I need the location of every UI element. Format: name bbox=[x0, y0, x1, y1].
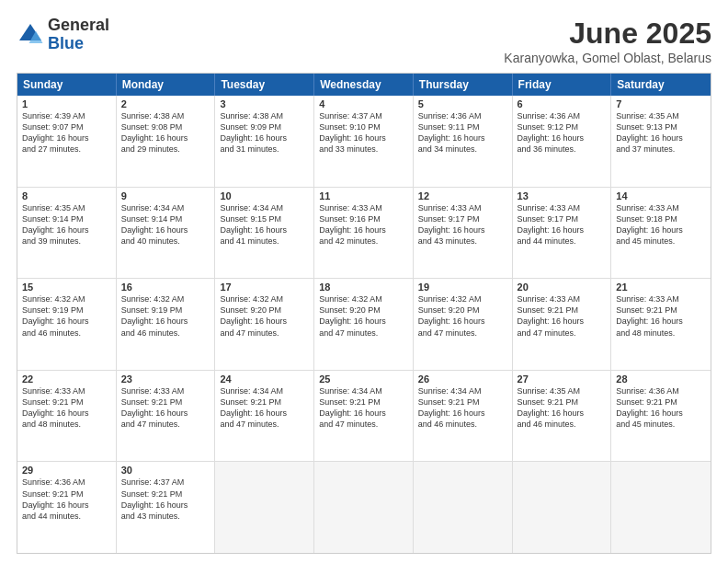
day-number-2-1: 16 bbox=[121, 282, 210, 293]
cal-cell-3-0: 22Sunrise: 4:33 AM Sunset: 9:21 PM Dayli… bbox=[17, 371, 117, 462]
calendar-row-4: 29Sunrise: 4:36 AM Sunset: 9:21 PM Dayli… bbox=[17, 461, 711, 553]
day-info-0-2: Sunrise: 4:38 AM Sunset: 9:09 PM Dayligh… bbox=[220, 110, 309, 155]
cal-cell-2-2: 17Sunrise: 4:32 AM Sunset: 9:20 PM Dayli… bbox=[215, 279, 314, 370]
logo-blue: Blue bbox=[48, 35, 109, 53]
cal-cell-4-1: 30Sunrise: 4:37 AM Sunset: 9:21 PM Dayli… bbox=[117, 462, 216, 553]
day-info-1-0: Sunrise: 4:35 AM Sunset: 9:14 PM Dayligh… bbox=[22, 202, 111, 247]
day-number-0-1: 2 bbox=[121, 98, 210, 109]
day-number-0-6: 7 bbox=[616, 98, 706, 109]
day-number-4-1: 30 bbox=[121, 465, 210, 476]
logo-icon bbox=[17, 21, 44, 49]
cal-cell-1-1: 9Sunrise: 4:34 AM Sunset: 9:14 PM Daylig… bbox=[117, 188, 216, 279]
day-number-0-5: 6 bbox=[518, 98, 607, 109]
header-friday: Friday bbox=[513, 74, 612, 96]
cal-cell-0-0: 1Sunrise: 4:39 AM Sunset: 9:07 PM Daylig… bbox=[17, 96, 117, 187]
day-number-3-5: 27 bbox=[518, 373, 607, 385]
header-sunday: Sunday bbox=[17, 74, 117, 96]
day-info-1-5: Sunrise: 4:33 AM Sunset: 9:17 PM Dayligh… bbox=[518, 202, 607, 247]
day-info-0-0: Sunrise: 4:39 AM Sunset: 9:07 PM Dayligh… bbox=[22, 110, 111, 155]
header: General Blue June 2025 Karanyowka, Gomel… bbox=[17, 17, 711, 65]
day-number-4-0: 29 bbox=[22, 465, 111, 476]
day-number-2-5: 20 bbox=[518, 282, 607, 293]
day-number-1-4: 12 bbox=[418, 190, 507, 201]
cal-cell-1-6: 14Sunrise: 4:33 AM Sunset: 9:18 PM Dayli… bbox=[611, 188, 711, 279]
day-number-1-0: 8 bbox=[22, 190, 111, 201]
day-number-1-5: 13 bbox=[518, 190, 607, 201]
calendar-row-1: 8Sunrise: 4:35 AM Sunset: 9:14 PM Daylig… bbox=[17, 187, 711, 279]
day-info-3-1: Sunrise: 4:33 AM Sunset: 9:21 PM Dayligh… bbox=[121, 385, 210, 431]
day-info-4-1: Sunrise: 4:37 AM Sunset: 9:21 PM Dayligh… bbox=[121, 477, 210, 522]
cal-cell-4-0: 29Sunrise: 4:36 AM Sunset: 9:21 PM Dayli… bbox=[17, 462, 117, 553]
day-number-0-2: 3 bbox=[220, 98, 309, 109]
day-number-1-6: 14 bbox=[616, 190, 706, 201]
cal-cell-0-3: 4Sunrise: 4:37 AM Sunset: 9:10 PM Daylig… bbox=[314, 96, 414, 187]
day-info-2-1: Sunrise: 4:32 AM Sunset: 9:19 PM Dayligh… bbox=[121, 293, 210, 339]
cal-cell-1-4: 12Sunrise: 4:33 AM Sunset: 9:17 PM Dayli… bbox=[414, 188, 513, 279]
logo-text: General Blue bbox=[48, 17, 109, 53]
day-number-3-1: 23 bbox=[121, 373, 210, 385]
day-number-1-3: 11 bbox=[319, 190, 408, 201]
day-info-0-6: Sunrise: 4:35 AM Sunset: 9:13 PM Dayligh… bbox=[616, 110, 706, 155]
logo-general: General bbox=[48, 17, 109, 35]
cal-cell-2-0: 15Sunrise: 4:32 AM Sunset: 9:19 PM Dayli… bbox=[17, 279, 117, 370]
cal-cell-1-2: 10Sunrise: 4:34 AM Sunset: 9:15 PM Dayli… bbox=[215, 188, 314, 279]
day-info-2-2: Sunrise: 4:32 AM Sunset: 9:20 PM Dayligh… bbox=[220, 293, 309, 339]
cal-cell-0-5: 6Sunrise: 4:36 AM Sunset: 9:12 PM Daylig… bbox=[513, 96, 612, 187]
cal-cell-0-1: 2Sunrise: 4:38 AM Sunset: 9:08 PM Daylig… bbox=[117, 96, 216, 187]
cal-cell-2-3: 18Sunrise: 4:32 AM Sunset: 9:20 PM Dayli… bbox=[314, 279, 414, 370]
page: General Blue June 2025 Karanyowka, Gomel… bbox=[0, 0, 728, 563]
day-info-2-3: Sunrise: 4:32 AM Sunset: 9:20 PM Dayligh… bbox=[319, 293, 408, 339]
cal-cell-4-6 bbox=[611, 462, 711, 553]
calendar-row-0: 1Sunrise: 4:39 AM Sunset: 9:07 PM Daylig… bbox=[17, 96, 711, 187]
cal-cell-1-3: 11Sunrise: 4:33 AM Sunset: 9:16 PM Dayli… bbox=[314, 188, 414, 279]
cal-cell-3-5: 27Sunrise: 4:35 AM Sunset: 9:21 PM Dayli… bbox=[513, 371, 612, 462]
cal-cell-2-6: 21Sunrise: 4:33 AM Sunset: 9:21 PM Dayli… bbox=[611, 279, 711, 370]
day-info-0-1: Sunrise: 4:38 AM Sunset: 9:08 PM Dayligh… bbox=[121, 110, 210, 155]
day-info-3-5: Sunrise: 4:35 AM Sunset: 9:21 PM Dayligh… bbox=[518, 385, 607, 431]
cal-cell-2-1: 16Sunrise: 4:32 AM Sunset: 9:19 PM Dayli… bbox=[117, 279, 216, 370]
day-number-0-4: 5 bbox=[418, 98, 507, 109]
day-info-3-4: Sunrise: 4:34 AM Sunset: 9:21 PM Dayligh… bbox=[418, 385, 507, 431]
day-info-3-6: Sunrise: 4:36 AM Sunset: 9:21 PM Dayligh… bbox=[616, 385, 706, 431]
day-info-2-5: Sunrise: 4:33 AM Sunset: 9:21 PM Dayligh… bbox=[518, 293, 607, 339]
cal-cell-4-3 bbox=[314, 462, 414, 553]
day-info-1-6: Sunrise: 4:33 AM Sunset: 9:18 PM Dayligh… bbox=[616, 202, 706, 247]
logo: General Blue bbox=[17, 17, 109, 53]
day-number-2-4: 19 bbox=[418, 282, 507, 293]
subtitle: Karanyowka, Gomel Oblast, Belarus bbox=[504, 51, 711, 65]
day-info-3-2: Sunrise: 4:34 AM Sunset: 9:21 PM Dayligh… bbox=[220, 385, 309, 431]
day-info-2-4: Sunrise: 4:32 AM Sunset: 9:20 PM Dayligh… bbox=[418, 293, 507, 339]
cal-cell-2-5: 20Sunrise: 4:33 AM Sunset: 9:21 PM Dayli… bbox=[513, 279, 612, 370]
calendar-row-3: 22Sunrise: 4:33 AM Sunset: 9:21 PM Dayli… bbox=[17, 370, 711, 462]
day-number-1-1: 9 bbox=[121, 190, 210, 201]
cal-cell-4-4 bbox=[414, 462, 513, 553]
day-number-3-4: 26 bbox=[418, 373, 507, 385]
cal-cell-4-2 bbox=[215, 462, 314, 553]
day-info-0-4: Sunrise: 4:36 AM Sunset: 9:11 PM Dayligh… bbox=[418, 110, 507, 155]
cal-cell-0-2: 3Sunrise: 4:38 AM Sunset: 9:09 PM Daylig… bbox=[215, 96, 314, 187]
day-number-3-3: 25 bbox=[319, 373, 408, 385]
cal-cell-1-0: 8Sunrise: 4:35 AM Sunset: 9:14 PM Daylig… bbox=[17, 188, 117, 279]
day-info-3-0: Sunrise: 4:33 AM Sunset: 9:21 PM Dayligh… bbox=[22, 385, 111, 431]
header-saturday: Saturday bbox=[611, 74, 711, 96]
day-number-2-2: 17 bbox=[220, 282, 309, 293]
cal-cell-3-2: 24Sunrise: 4:34 AM Sunset: 9:21 PM Dayli… bbox=[215, 371, 314, 462]
day-number-3-0: 22 bbox=[22, 373, 111, 385]
day-info-0-3: Sunrise: 4:37 AM Sunset: 9:10 PM Dayligh… bbox=[319, 110, 408, 155]
cal-cell-3-3: 25Sunrise: 4:34 AM Sunset: 9:21 PM Dayli… bbox=[314, 371, 414, 462]
cal-cell-3-1: 23Sunrise: 4:33 AM Sunset: 9:21 PM Dayli… bbox=[117, 371, 216, 462]
day-number-2-6: 21 bbox=[616, 282, 706, 293]
day-info-3-3: Sunrise: 4:34 AM Sunset: 9:21 PM Dayligh… bbox=[319, 385, 408, 431]
day-number-2-3: 18 bbox=[319, 282, 408, 293]
header-tuesday: Tuesday bbox=[215, 74, 314, 96]
day-info-0-5: Sunrise: 4:36 AM Sunset: 9:12 PM Dayligh… bbox=[518, 110, 607, 155]
day-info-2-6: Sunrise: 4:33 AM Sunset: 9:21 PM Dayligh… bbox=[616, 293, 706, 339]
header-monday: Monday bbox=[117, 74, 216, 96]
header-thursday: Thursday bbox=[414, 74, 513, 96]
calendar: Sunday Monday Tuesday Wednesday Thursday… bbox=[17, 73, 711, 554]
day-number-2-0: 15 bbox=[22, 282, 111, 293]
day-number-3-6: 28 bbox=[616, 373, 706, 385]
calendar-header: Sunday Monday Tuesday Wednesday Thursday… bbox=[17, 74, 711, 96]
day-info-1-1: Sunrise: 4:34 AM Sunset: 9:14 PM Dayligh… bbox=[121, 202, 210, 247]
cal-cell-1-5: 13Sunrise: 4:33 AM Sunset: 9:17 PM Dayli… bbox=[513, 188, 612, 279]
